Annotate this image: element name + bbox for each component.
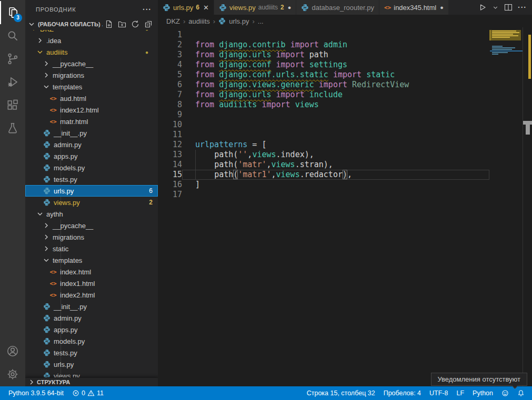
code-line-9[interactable] — [182, 110, 489, 120]
chevron-right-icon — [36, 36, 44, 45]
tree-folder-aythh[interactable]: aythh — [25, 208, 158, 220]
tree-file-admin.py[interactable]: admin.py — [25, 139, 158, 150]
code-line-3[interactable]: from django.urls import path — [182, 50, 489, 60]
cursor-position-status[interactable]: Строка 15, столбец 32 — [303, 389, 379, 397]
tree-file-matr.html[interactable]: <>matr.html — [25, 116, 158, 127]
tree-file-index1.html[interactable]: <>index1.html — [25, 278, 158, 289]
settings-gear-icon[interactable] — [0, 363, 25, 386]
code-line-11[interactable] — [182, 130, 489, 140]
close-icon[interactable]: ✕ — [203, 4, 209, 12]
tree-folder-templates[interactable]: templates — [25, 254, 158, 266]
extensions-icon[interactable] — [0, 94, 25, 117]
tree-file-aud.html[interactable]: <>aud.html — [25, 93, 158, 104]
code-pane[interactable]: from django.contrib import adminfrom dja… — [182, 30, 489, 200]
editor-scrollbar[interactable] — [526, 125, 530, 135]
python-file-icon — [42, 187, 52, 195]
breadcrumb-item[interactable]: urls.py — [229, 17, 249, 25]
tree-file-urls.py[interactable]: urls.py — [25, 358, 158, 370]
code-line-7[interactable]: from django.urls import include — [182, 90, 489, 100]
code-line-2[interactable]: from django.contrib import admin — [182, 40, 489, 50]
problems-status[interactable]: 0 11 — [68, 389, 108, 397]
tree-item-label: __pycache__ — [53, 60, 93, 68]
code-line-13[interactable]: path('',views.index), — [182, 150, 489, 160]
search-icon[interactable] — [0, 24, 25, 47]
code-editor[interactable]: 1234567891011121314151617 from django.co… — [158, 27, 532, 386]
tree-file-apps.py[interactable]: apps.py — [25, 150, 158, 162]
code-line-6[interactable]: from django.views.generic import Redirec… — [182, 80, 489, 90]
tree-file-apps.py[interactable]: apps.py — [25, 324, 158, 335]
tree-item-label: views.py — [54, 199, 80, 207]
testing-icon[interactable] — [0, 117, 25, 140]
explorer-icon[interactable]: 3 — [0, 1, 25, 24]
overview-ruler-warning-mark — [528, 35, 531, 79]
structure-section-header[interactable]: СТРУКТУРА — [25, 377, 158, 386]
run-and-debug-icon[interactable] — [0, 70, 25, 94]
refresh-icon[interactable] — [131, 20, 139, 28]
python-interpreter-status[interactable]: Python 3.9.5 64-bit — [4, 389, 68, 397]
tree-file-__init__.py[interactable]: __init__.py — [25, 127, 158, 139]
tree-file-tests.py[interactable]: tests.py — [25, 173, 158, 185]
code-line-10[interactable] — [182, 120, 489, 130]
code-line-16[interactable]: ] — [182, 180, 489, 190]
accounts-icon[interactable] — [0, 340, 25, 363]
tree-file-index.html[interactable]: <>index.html — [25, 266, 158, 278]
code-line-5[interactable]: from django.conf.urls.static import stat… — [182, 70, 489, 80]
tree-folder-audiiits[interactable]: audiiits● — [25, 46, 158, 58]
tree-folder-static[interactable]: static — [25, 243, 158, 254]
tree-file-urls.py[interactable]: urls.py6 — [25, 185, 158, 197]
tree-folder-__pycache__[interactable]: __pycache__ — [25, 220, 158, 231]
chevron-down-icon — [42, 256, 51, 264]
breadcrumb-item[interactable]: audiiits — [188, 17, 209, 25]
code-line-14[interactable]: path('matr',views.stran), — [182, 160, 489, 170]
more-actions-icon[interactable]: ··· — [518, 3, 527, 12]
tree-file-index12.html[interactable]: <>index12.html — [25, 104, 158, 116]
code-line-15[interactable]: path('matr1',views.redactor), — [182, 170, 489, 180]
tab-urls-py[interactable]: urls.py 6 ✕ — [158, 0, 214, 15]
modified-dot-icon[interactable]: ● — [440, 4, 444, 11]
tree-folder-.idea[interactable]: .idea — [25, 35, 158, 46]
code-line-1[interactable] — [182, 30, 489, 40]
line-number: 13 — [158, 150, 182, 160]
tree-folder-migrations[interactable]: migrations — [25, 231, 158, 243]
more-actions-icon[interactable]: ··· — [143, 5, 152, 14]
tab-views-py[interactable]: views.py audiiits 2 ● — [214, 0, 297, 15]
code-line-4[interactable]: from django.conf import settings — [182, 60, 489, 70]
html-file-icon: <> — [48, 268, 58, 276]
indentation-status[interactable]: Пробелов: 4 — [379, 389, 425, 397]
collapse-all-icon[interactable] — [144, 20, 153, 28]
tree-file-models.py[interactable]: models.py — [25, 335, 158, 347]
code-line-17[interactable] — [182, 190, 489, 200]
modified-dot-icon[interactable]: ● — [288, 4, 292, 11]
breadcrumb-item[interactable]: DKZ — [166, 17, 180, 25]
tree-file-admin.py[interactable]: admin.py — [25, 312, 158, 324]
language-mode-status[interactable]: Python — [468, 389, 497, 397]
editor-scrollbar[interactable] — [523, 121, 532, 125]
tree-file-models.py[interactable]: models.py — [25, 162, 158, 173]
tab-index345-html[interactable]: <> index345.html ● — [379, 0, 449, 15]
tree-file-__init__.py[interactable]: __init__.py — [25, 301, 158, 312]
feedback-smiley-icon[interactable] — [497, 389, 513, 397]
workspace-section-header[interactable]: (РАБОЧАЯ ОБЛАСТЬ) ... — [25, 18, 158, 30]
tree-folder-migrations[interactable]: migrations — [25, 69, 158, 81]
chevron-down-icon[interactable] — [492, 3, 499, 12]
breadcrumb-item[interactable]: ... — [258, 17, 264, 25]
tree-file-tests.py[interactable]: tests.py — [25, 347, 158, 358]
html-file-icon: <> — [48, 106, 58, 114]
tree-file-index2.html[interactable]: <>index2.html — [25, 289, 158, 301]
activity-bar: 3 — [0, 0, 25, 386]
split-editor-icon[interactable] — [504, 3, 513, 12]
code-line-8[interactable]: from audiiits import views — [182, 100, 489, 110]
new-folder-icon[interactable] — [118, 20, 126, 28]
tree-folder-__pycache__[interactable]: __pycache__ — [25, 58, 158, 69]
tree-folder-templates[interactable]: templates — [25, 81, 158, 93]
code-line-12[interactable]: urlpatterns = [ — [182, 140, 489, 150]
source-control-icon[interactable] — [0, 47, 25, 70]
minimap[interactable] — [489, 27, 523, 386]
tree-file-views.py[interactable]: views.py2 — [25, 197, 158, 208]
notifications-bell-icon[interactable] — [513, 389, 529, 397]
tab-database-roouter-py[interactable]: database_roouter.py — [296, 0, 379, 15]
encoding-status[interactable]: UTF-8 — [425, 389, 452, 397]
run-icon[interactable] — [478, 3, 487, 12]
new-file-icon[interactable] — [105, 20, 113, 28]
eol-status[interactable]: LF — [452, 389, 468, 397]
